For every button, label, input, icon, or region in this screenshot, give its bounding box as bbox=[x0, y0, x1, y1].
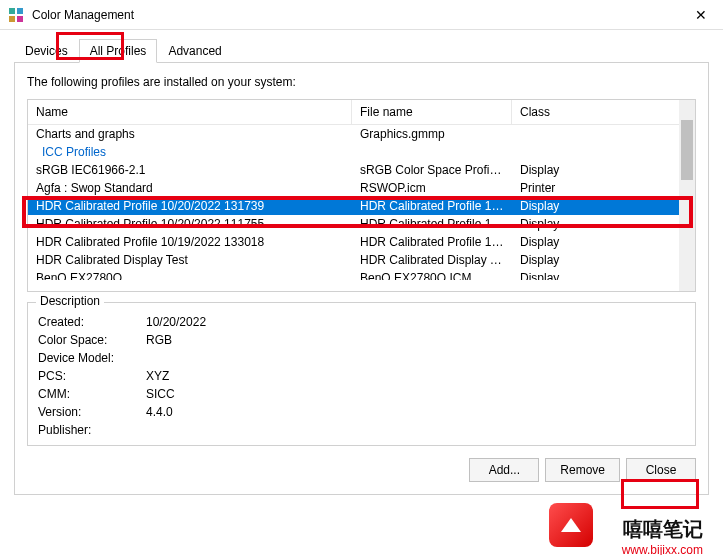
cell-file bbox=[352, 143, 512, 161]
desc-value: 10/20/2022 bbox=[146, 315, 685, 329]
window-title: Color Management bbox=[32, 8, 134, 22]
cell-class: Display bbox=[512, 251, 695, 269]
cell-file: RSWOP.icm bbox=[352, 179, 512, 197]
scrollbar-thumb[interactable] bbox=[681, 120, 693, 180]
list-item[interactable]: Agfa : Swop StandardRSWOP.icmPrinter bbox=[28, 179, 695, 197]
list-item[interactable]: HDR Calibrated Profile 10/20/2022 111755… bbox=[28, 215, 695, 233]
cell-class: Display bbox=[512, 197, 695, 215]
svg-rect-2 bbox=[9, 16, 15, 22]
cell-file: HDR Calibrated Profile 10-... bbox=[352, 197, 512, 215]
cell-class: Display bbox=[512, 215, 695, 233]
desc-label: Device Model: bbox=[38, 351, 146, 365]
cell-file: BenQ EX2780Q.ICM bbox=[352, 269, 512, 280]
column-header-file[interactable]: File name bbox=[352, 100, 512, 124]
desc-label: CMM: bbox=[38, 387, 146, 401]
desc-label: Version: bbox=[38, 405, 146, 419]
cell-name: sRGB IEC61966-2.1 bbox=[28, 161, 352, 179]
desc-value: XYZ bbox=[146, 369, 685, 383]
app-icon bbox=[8, 7, 24, 23]
cell-file: HDR Calibrated Profile 10-... bbox=[352, 233, 512, 251]
cell-class: Display bbox=[512, 233, 695, 251]
intro-text: The following profiles are installed on … bbox=[27, 75, 696, 89]
cell-name: HDR Calibrated Profile 10/19/2022 133018 bbox=[28, 233, 352, 251]
window-close-button[interactable]: ✕ bbox=[678, 0, 723, 30]
cell-file: Graphics.gmmp bbox=[352, 125, 512, 143]
cell-file: HDR Calibrated Profile 10-... bbox=[352, 215, 512, 233]
list-item[interactable]: sRGB IEC61966-2.1sRGB Color Space Profil… bbox=[28, 161, 695, 179]
column-header-name[interactable]: Name bbox=[28, 100, 352, 124]
profiles-list: Name File name Class Charts and graphsGr… bbox=[27, 99, 696, 292]
svg-rect-3 bbox=[17, 16, 23, 22]
cell-name: HDR Calibrated Display Test bbox=[28, 251, 352, 269]
cell-file: HDR Calibrated Display Tes... bbox=[352, 251, 512, 269]
desc-value bbox=[146, 423, 685, 437]
cell-class: Display bbox=[512, 269, 695, 280]
desc-label: Publisher: bbox=[38, 423, 146, 437]
list-item[interactable]: HDR Calibrated Display TestHDR Calibrate… bbox=[28, 251, 695, 269]
list-scrollbar[interactable] bbox=[679, 100, 695, 291]
tab-bar: Devices All Profiles Advanced bbox=[14, 39, 709, 63]
cell-name: HDR Calibrated Profile 10/20/2022 131739 bbox=[28, 197, 352, 215]
desc-label: PCS: bbox=[38, 369, 146, 383]
cell-class: Display bbox=[512, 161, 695, 179]
cell-name: HDR Calibrated Profile 10/20/2022 111755 bbox=[28, 215, 352, 233]
description-heading: Description bbox=[36, 294, 104, 308]
svg-rect-0 bbox=[9, 8, 15, 14]
remove-button[interactable]: Remove bbox=[545, 458, 620, 482]
list-header: Name File name Class bbox=[28, 100, 695, 125]
desc-label: Color Space: bbox=[38, 333, 146, 347]
tab-devices[interactable]: Devices bbox=[14, 39, 79, 63]
tab-all-profiles[interactable]: All Profiles bbox=[79, 39, 158, 63]
tab-advanced[interactable]: Advanced bbox=[157, 39, 232, 63]
watermark-text: 嘻嘻笔记 bbox=[623, 516, 703, 543]
list-item[interactable]: Charts and graphsGraphics.gmmp bbox=[28, 125, 695, 143]
column-header-class[interactable]: Class bbox=[512, 100, 695, 124]
add-button[interactable]: Add... bbox=[469, 458, 539, 482]
cell-class: Printer bbox=[512, 179, 695, 197]
cell-name: Charts and graphs bbox=[28, 125, 352, 143]
desc-value: 4.4.0 bbox=[146, 405, 685, 419]
cell-class bbox=[512, 125, 695, 143]
description-group: Description Created:10/20/2022Color Spac… bbox=[27, 302, 696, 446]
titlebar: Color Management ✕ bbox=[0, 0, 723, 30]
desc-value: RGB bbox=[146, 333, 685, 347]
watermark-logo bbox=[549, 503, 593, 547]
cell-name: ICC Profiles bbox=[28, 143, 352, 161]
desc-label: Created: bbox=[38, 315, 146, 329]
watermark-url: www.bijixx.com bbox=[622, 543, 703, 555]
cell-name: Agfa : Swop Standard bbox=[28, 179, 352, 197]
list-item[interactable]: HDR Calibrated Profile 10/19/2022 133018… bbox=[28, 233, 695, 251]
cell-name: BenQ EX2780Q bbox=[28, 269, 352, 280]
cell-file: sRGB Color Space Profile.ic... bbox=[352, 161, 512, 179]
close-button[interactable]: Close bbox=[626, 458, 696, 482]
svg-rect-1 bbox=[17, 8, 23, 14]
list-item[interactable]: BenQ EX2780QBenQ EX2780Q.ICMDisplay bbox=[28, 269, 695, 280]
cell-class bbox=[512, 143, 695, 161]
list-item[interactable]: HDR Calibrated Profile 10/20/2022 131739… bbox=[28, 197, 695, 215]
desc-value bbox=[146, 351, 685, 365]
desc-value: SICC bbox=[146, 387, 685, 401]
list-group-header: ICC Profiles bbox=[28, 143, 695, 161]
